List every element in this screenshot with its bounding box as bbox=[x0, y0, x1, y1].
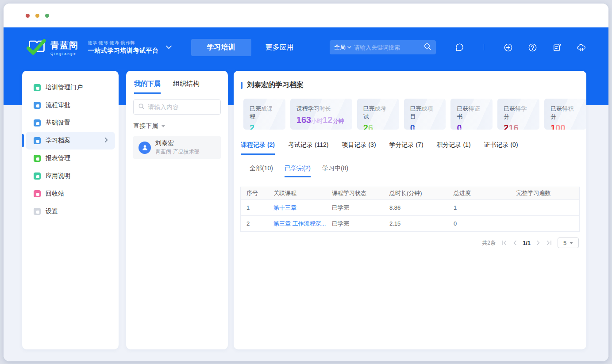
pagination: 共2条 1/1 5 bbox=[234, 232, 586, 248]
stat-card-completed-projects: 已完成项目 0 bbox=[404, 99, 446, 130]
stat-card-credits: 已获得学分 216 bbox=[497, 99, 539, 130]
search-input[interactable] bbox=[354, 44, 421, 51]
sidebar-item-training-portal[interactable]: 培训管理门户 bbox=[26, 79, 115, 96]
training-portal-icon bbox=[34, 84, 41, 91]
stat-card-completed-exams: 已完成考试 26 bbox=[357, 99, 399, 130]
window-chrome bbox=[4, 4, 608, 27]
tab-point-records[interactable]: 积分记录 (1) bbox=[437, 141, 471, 155]
learning-archive-icon bbox=[34, 137, 41, 144]
app-header: 青蓝阁 Qinglange 随学·随练·随考·防作弊 一站式学习培训考试平台 学… bbox=[27, 37, 593, 57]
stat-value: 2 bbox=[250, 123, 277, 130]
people-tabs: 我的下属 组织结构 bbox=[126, 71, 228, 94]
tab-course-records[interactable]: 课程记录 (2) bbox=[241, 141, 275, 155]
platform-tagline: 随学·随练·随考·防作弊 一站式学习培训考试平台 bbox=[88, 40, 159, 55]
sidebar-item-label: 应用说明 bbox=[46, 172, 70, 180]
prev-page-icon[interactable] bbox=[513, 240, 517, 245]
col-seq: 序号 bbox=[241, 189, 268, 197]
sidebar-item-settings[interactable]: 设置 bbox=[26, 203, 115, 220]
col-course: 关联课程 bbox=[268, 189, 326, 197]
tab-credit-records[interactable]: 学分记录 (7) bbox=[389, 141, 423, 155]
help-icon[interactable] bbox=[520, 43, 545, 52]
search-scope-dropdown[interactable]: 全局 bbox=[334, 43, 351, 51]
tab-exam-records[interactable]: 考试记录 (112) bbox=[288, 141, 329, 155]
sidebar-item-recycle-bin[interactable]: 回收站 bbox=[26, 185, 115, 203]
tab-my-subordinates[interactable]: 我的下属 bbox=[134, 80, 161, 94]
tab-certificate-records[interactable]: 证书记录 (0) bbox=[484, 141, 518, 155]
first-page-icon[interactable] bbox=[501, 240, 507, 245]
page-size-select[interactable]: 5 bbox=[558, 238, 579, 248]
duration-hours-unit: 小时 bbox=[311, 117, 323, 125]
last-page-icon[interactable] bbox=[546, 240, 552, 245]
window-close-dot[interactable] bbox=[26, 14, 30, 18]
sidebar-item-report-management[interactable]: 报表管理 bbox=[26, 149, 115, 167]
sidebar-item-label: 回收站 bbox=[46, 190, 64, 198]
page-size-value: 5 bbox=[563, 240, 566, 246]
logo-name-cn: 青蓝阁 bbox=[50, 39, 78, 51]
subtab-all[interactable]: 全部(10) bbox=[250, 165, 273, 177]
cell-seq: 2 bbox=[241, 220, 268, 227]
sidebar-item-label: 培训管理门户 bbox=[46, 84, 83, 92]
sidebar-item-app-instructions[interactable]: 应用说明 bbox=[26, 167, 115, 185]
log-record-icon[interactable] bbox=[545, 43, 569, 52]
next-page-icon[interactable] bbox=[536, 240, 540, 245]
cloud-transfer-icon[interactable] bbox=[569, 42, 593, 52]
nav-more-apps[interactable]: 更多应用 bbox=[266, 43, 294, 52]
people-search-input[interactable] bbox=[148, 103, 216, 111]
sidebar-item-basic-settings[interactable]: 基础设置 bbox=[26, 114, 115, 132]
search-icon[interactable] bbox=[423, 42, 431, 52]
cell-progress: 0 bbox=[448, 220, 488, 227]
stat-label: 已完成考试 bbox=[363, 105, 391, 121]
app-logo[interactable]: 青蓝阁 Qinglange bbox=[27, 38, 78, 57]
col-duration: 总时长(分钟) bbox=[384, 189, 448, 197]
sidebar-item-label: 学习档案 bbox=[46, 137, 70, 145]
tagline-small: 随学·随练·随考·防作弊 bbox=[88, 40, 159, 46]
record-tabs: 课程记录 (2) 考试记录 (112) 项目记录 (3) 学分记录 (7) 积分… bbox=[234, 130, 586, 155]
course-records-table: 序号 关联课程 课程学习状态 总时长(分钟) 总进度 完整学习遍数 1 第十三章… bbox=[240, 187, 580, 232]
pagination-total: 共2条 bbox=[482, 239, 496, 247]
cell-status: 已学完 bbox=[326, 204, 384, 212]
tab-project-records[interactable]: 项目记录 (3) bbox=[342, 141, 376, 155]
stat-label: 已完成课程 bbox=[250, 105, 277, 121]
caret-down-icon bbox=[161, 125, 166, 127]
duration-hours-value: 163 bbox=[296, 115, 311, 125]
caret-down-icon bbox=[570, 242, 573, 244]
col-status: 课程学习状态 bbox=[326, 189, 384, 197]
pagination-current-page: 1/1 bbox=[523, 240, 531, 246]
filter-label: 直接下属 bbox=[133, 122, 158, 130]
tab-org-structure[interactable]: 组织结构 bbox=[173, 80, 200, 94]
page-title: 刘泰宏的学习档案 bbox=[247, 80, 304, 90]
stat-value: 0 bbox=[457, 123, 485, 130]
stat-card-study-duration: 课程学习时长 163小时12分钟 bbox=[290, 99, 352, 130]
subtab-in-progress[interactable]: 学习中(8) bbox=[322, 165, 348, 177]
app-instructions-icon bbox=[34, 172, 41, 180]
stats-cards: 已完成课程 2 课程学习时长 163小时12分钟 已完成考试 26 已完成项目 … bbox=[234, 90, 586, 130]
sidebar-item-process-approval[interactable]: 流程审批 bbox=[26, 96, 115, 114]
sidebar-item-learning-archive[interactable]: 学习档案 bbox=[26, 132, 115, 149]
direct-subordinates-filter[interactable]: 直接下属 bbox=[133, 122, 221, 130]
plus-circle-icon[interactable] bbox=[496, 43, 520, 52]
window-maximize-dot[interactable] bbox=[45, 14, 49, 18]
chevron-right-icon bbox=[104, 137, 108, 144]
cell-course-link[interactable]: 第三章 工作流程深... bbox=[268, 220, 326, 228]
window-minimize-dot[interactable] bbox=[35, 14, 39, 18]
search-scope-label: 全局 bbox=[334, 43, 346, 51]
process-approval-icon bbox=[34, 102, 41, 109]
logo-book-check-icon bbox=[27, 38, 47, 57]
nav-study-training[interactable]: 学习培训 bbox=[191, 39, 251, 56]
platform-switch-chevron-icon[interactable] bbox=[166, 46, 172, 49]
logo-name-en: Qinglange bbox=[50, 52, 78, 56]
sidebar-item-label: 设置 bbox=[46, 207, 58, 215]
title-accent-bar bbox=[241, 82, 242, 89]
browser-window: 青蓝阁 Qinglange 随学·随练·随考·防作弊 一站式学习培训考试平台 学… bbox=[4, 4, 608, 361]
person-list-item[interactable]: 刘泰宏 青蓝阁-产品技术部 bbox=[133, 136, 221, 159]
stat-value: 163小时12分钟 bbox=[296, 115, 344, 125]
col-cycles: 完整学习遍数 bbox=[488, 189, 579, 197]
cell-seq: 1 bbox=[241, 204, 268, 211]
message-icon[interactable] bbox=[447, 43, 472, 52]
stat-label: 课程学习时长 bbox=[296, 105, 344, 113]
recycle-bin-icon bbox=[34, 190, 41, 197]
cell-course-link[interactable]: 第十三章 bbox=[268, 204, 326, 212]
global-search[interactable]: 全局 bbox=[330, 40, 436, 54]
subtab-finished[interactable]: 已学完(2) bbox=[285, 165, 311, 177]
people-search[interactable] bbox=[133, 100, 221, 115]
